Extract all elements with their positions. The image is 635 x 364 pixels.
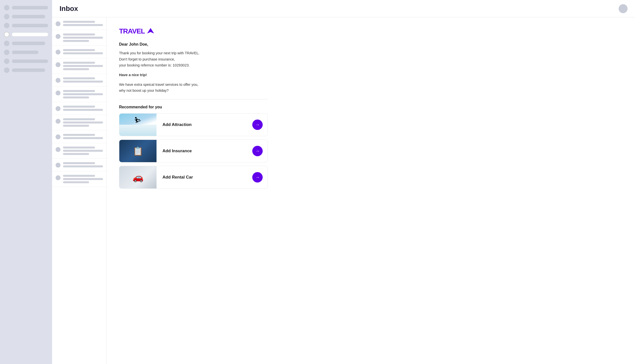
- email-line-sub-7: [63, 109, 103, 111]
- email-line-sub2-4: [63, 68, 89, 70]
- email-list-item-5[interactable]: [52, 74, 106, 86]
- main-area: Inbox: [52, 0, 635, 364]
- email-list-item-7[interactable]: [52, 102, 106, 115]
- sidebar-bar-3: [12, 24, 48, 27]
- email-lines-7: [63, 106, 103, 111]
- email-line-3: your booking refernce number is: 1029302…: [119, 63, 190, 67]
- brand-logo: TRAVEL: [119, 27, 268, 35]
- sidebar-item-3[interactable]: [4, 23, 48, 28]
- email-extra-text: We have extra speical travel services to…: [119, 82, 268, 94]
- sidebar-dot-7: [4, 58, 10, 64]
- email-line-title-9: [63, 134, 95, 136]
- email-line-title-5: [63, 77, 95, 79]
- email-lines-12: [63, 175, 103, 183]
- add-insurance-button[interactable]: →: [252, 146, 263, 156]
- email-avatar-5: [56, 78, 61, 83]
- add-rental-car-label: Add Rental Car: [157, 175, 252, 180]
- add-attraction-arrow-icon: →: [255, 122, 260, 127]
- email-line-sub2-8: [63, 125, 89, 127]
- email-line-sub-9: [63, 137, 103, 139]
- email-line-sub-6: [63, 93, 103, 95]
- sidebar-bar-8: [12, 68, 45, 72]
- sidebar-dot-3: [4, 23, 10, 28]
- sidebar-dot-4: [4, 32, 10, 37]
- sidebar-item-4-active[interactable]: [4, 32, 48, 37]
- email-list-item-3[interactable]: [52, 46, 106, 58]
- email-list-item-9[interactable]: [52, 130, 106, 143]
- email-list-item-1[interactable]: [52, 17, 106, 30]
- email-lines-6: [63, 90, 103, 98]
- sidebar-bar-6: [12, 50, 39, 54]
- add-attraction-label: Add Attraction: [157, 122, 252, 127]
- email-line-sub2-6: [63, 96, 89, 98]
- email-avatar-6: [56, 90, 61, 96]
- email-line-title-3: [63, 49, 95, 51]
- email-body-lines: Thank you for booking your next trip wit…: [119, 50, 268, 68]
- add-attraction-card[interactable]: Add Attraction →: [119, 113, 268, 136]
- header-avatar[interactable]: [619, 4, 627, 13]
- email-avatar-3: [56, 50, 61, 54]
- email-list-item-12[interactable]: [52, 171, 106, 187]
- content-wrapper: TRAVEL Dear John Doe, Thank you for book…: [119, 27, 268, 189]
- email-line-sub-3: [63, 52, 103, 54]
- page-title: Inbox: [60, 5, 78, 13]
- email-line-sub-10: [63, 150, 103, 152]
- email-line-sub-8: [63, 122, 103, 124]
- email-line-title-12: [63, 175, 95, 177]
- email-lines-11: [63, 162, 103, 167]
- sidebar-item-5[interactable]: [4, 41, 48, 46]
- add-attraction-button[interactable]: →: [252, 120, 263, 130]
- email-line-sub-2: [63, 37, 103, 39]
- email-avatar-4: [56, 62, 61, 67]
- rental-image: [119, 166, 157, 188]
- email-list-item-10[interactable]: [52, 143, 106, 159]
- email-list-panel: [52, 17, 107, 364]
- email-avatar-9: [56, 134, 61, 139]
- sidebar-item-6[interactable]: [4, 50, 48, 55]
- email-lines-10: [63, 146, 103, 155]
- sidebar-bar-7: [12, 60, 48, 63]
- email-avatar-7: [56, 106, 61, 111]
- sidebar-item-1[interactable]: [4, 5, 48, 10]
- email-line-title-2: [63, 34, 95, 36]
- add-rental-car-card[interactable]: Add Rental Car →: [119, 166, 268, 189]
- email-lines-8: [63, 118, 103, 127]
- email-avatar-8: [56, 119, 61, 124]
- email-line-title-1: [63, 21, 95, 23]
- email-divider: [119, 99, 268, 100]
- sidebar-dot-8: [4, 68, 10, 73]
- recommended-title: Recommended for you: [119, 105, 268, 109]
- email-avatar-12: [56, 175, 61, 180]
- email-line-sub2-2: [63, 40, 89, 42]
- add-insurance-card[interactable]: Add Insurance →: [119, 140, 268, 162]
- email-avatar-11: [56, 163, 61, 168]
- email-list-item-8[interactable]: [52, 115, 106, 130]
- email-line-title-10: [63, 146, 95, 148]
- email-list-item-4[interactable]: [52, 58, 106, 74]
- email-line-sub-5: [63, 80, 103, 82]
- brand-name: TRAVEL: [119, 27, 154, 35]
- add-insurance-arrow-icon: →: [255, 149, 260, 153]
- email-line-sub-1: [63, 24, 103, 26]
- add-rental-car-button[interactable]: →: [252, 172, 263, 182]
- email-lines-1: [63, 21, 103, 26]
- sidebar-dot-1: [4, 5, 10, 10]
- add-insurance-label: Add Insurance: [157, 148, 252, 154]
- email-emphasis: Have a nice trip!: [119, 72, 268, 78]
- email-line-sub2-12: [63, 181, 89, 183]
- email-list-item-11[interactable]: [52, 159, 106, 171]
- sidebar-bar-5: [12, 42, 45, 45]
- email-line-sub-4: [63, 65, 103, 67]
- sidebar-dot-6: [4, 50, 10, 55]
- sidebar-item-7[interactable]: [4, 58, 48, 64]
- email-line-sub-12: [63, 178, 103, 180]
- sidebar-item-2[interactable]: [4, 14, 48, 19]
- email-greeting: Dear John Doe,: [119, 42, 268, 46]
- email-avatar-1: [56, 21, 61, 26]
- email-list-item-2[interactable]: [52, 30, 106, 46]
- svg-marker-0: [147, 28, 154, 34]
- email-line-title-11: [63, 162, 95, 164]
- add-rental-car-arrow-icon: →: [255, 175, 260, 180]
- email-list-item-6[interactable]: [52, 86, 106, 102]
- sidebar-item-8[interactable]: [4, 68, 48, 73]
